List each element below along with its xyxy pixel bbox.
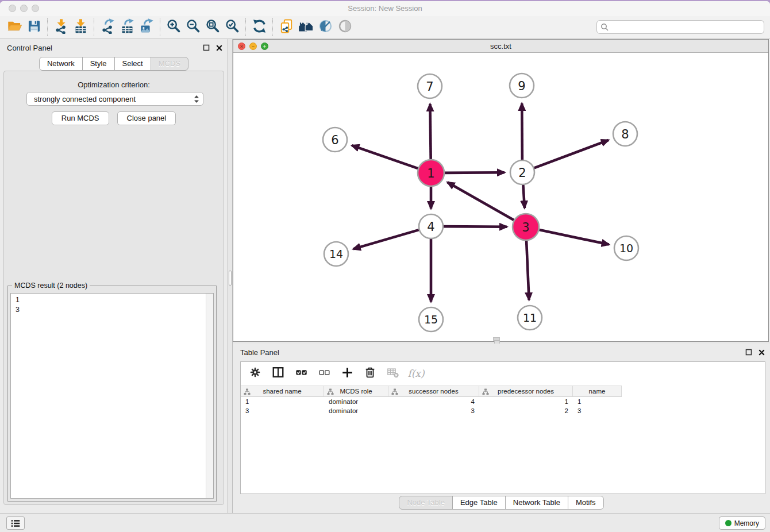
control-panel-header: Control Panel [0, 39, 228, 56]
export-image-button[interactable] [137, 18, 156, 36]
search-input[interactable] [609, 22, 764, 32]
table-cell[interactable]: 3 [241, 407, 324, 414]
graph-edge-3-11[interactable] [526, 241, 529, 300]
open-file-icon [7, 18, 22, 36]
graph-node-1[interactable]: 1 [418, 160, 444, 186]
home-view-button[interactable] [296, 18, 315, 36]
table-tab-network-table[interactable]: Network Table [505, 496, 568, 510]
column-header-successor-nodes[interactable]: successor nodes [388, 385, 479, 397]
tab-mcds[interactable]: MCDS [151, 57, 188, 71]
graph-node-9[interactable]: 9 [510, 74, 534, 98]
table-cell[interactable]: 1 [479, 398, 573, 405]
column-header-shared-name[interactable]: shared name [241, 385, 324, 397]
split-view-button[interactable] [271, 366, 286, 381]
graph-edge-1-2[interactable] [445, 172, 505, 173]
result-scrollbar[interactable] [206, 294, 213, 498]
control-panel-tabs: NetworkStyleSelectMCDS [0, 57, 228, 71]
graph-node-6[interactable]: 6 [323, 128, 347, 152]
graph-edge-2-3[interactable] [523, 185, 525, 208]
tab-network[interactable]: Network [39, 57, 83, 71]
open-file-button[interactable] [5, 18, 24, 36]
graph-edge-4-14[interactable] [353, 230, 419, 249]
zoom-selected-button[interactable] [222, 18, 242, 36]
graph-edge-1-6[interactable] [352, 145, 418, 168]
graph-node-10[interactable]: 10 [614, 236, 638, 260]
close-panel-icon[interactable] [215, 44, 223, 52]
table-tab-edge-table[interactable]: Edge Table [452, 496, 506, 510]
graph-node-3[interactable]: 3 [513, 214, 539, 240]
vizmapper-off-button[interactable] [315, 18, 335, 36]
toolbar-separator [160, 18, 160, 36]
close-table-panel-icon[interactable] [757, 348, 765, 356]
graph-node-11[interactable]: 11 [518, 306, 542, 330]
home-view-icon [298, 18, 314, 36]
float-table-panel-icon[interactable] [745, 348, 753, 356]
control-panel: Control Panel NetworkStyleSelectMCDS Opt… [0, 39, 228, 513]
network-canvas[interactable]: 7968124314101511 [233, 53, 768, 341]
column-label: name [589, 388, 606, 395]
optimization-select[interactable]: strongly connected component [26, 92, 203, 106]
graph-node-7[interactable]: 7 [418, 74, 442, 98]
table-cell[interactable]: dominator [324, 398, 388, 405]
select-all-button[interactable] [294, 366, 309, 381]
export-table-button[interactable] [117, 18, 137, 36]
table-cell[interactable]: 1 [573, 398, 622, 405]
settings-button[interactable] [248, 366, 263, 381]
delete-column-button[interactable] [363, 366, 378, 381]
add-column-button[interactable] [340, 366, 355, 381]
table-cell[interactable]: 2 [479, 407, 573, 414]
graph-node-8[interactable]: 8 [613, 122, 637, 146]
zoom-in-button[interactable] [164, 18, 183, 36]
desktop: Session: New Session Control Panel Netwo… [0, 0, 770, 532]
table-cell[interactable]: 3 [388, 407, 479, 414]
column-header-MCDS-role[interactable]: MCDS role [324, 385, 388, 397]
graph-node-15[interactable]: 15 [419, 307, 443, 331]
zoom-out-button[interactable] [183, 18, 203, 36]
deselect-all-button[interactable] [317, 366, 332, 381]
table-cell[interactable]: dominator [324, 407, 388, 414]
refresh-view-button[interactable] [249, 18, 269, 36]
close-panel-button[interactable]: Close panel [117, 111, 176, 125]
graph-edge-2-9[interactable] [522, 103, 522, 160]
clone-network-button[interactable] [276, 18, 296, 36]
table-cell[interactable]: 1 [241, 398, 324, 405]
graph-node-4[interactable]: 4 [419, 214, 443, 238]
column-label: successor nodes [409, 388, 458, 395]
graph-node-2[interactable]: 2 [510, 160, 534, 184]
float-panel-icon[interactable] [202, 44, 210, 52]
show-hide-button[interactable] [335, 18, 355, 36]
table-row[interactable]: 1dominator411 [241, 397, 765, 406]
import-network-button[interactable] [51, 18, 71, 36]
function-builder-button[interactable]: f(x) [409, 366, 424, 381]
vertical-split-handle[interactable] [229, 271, 232, 286]
graph-edge-3-1[interactable] [448, 182, 514, 220]
search-box[interactable] [596, 20, 764, 34]
delete-table-button[interactable] [386, 366, 401, 381]
table-tab-node-table[interactable]: Node Table [399, 496, 453, 510]
graph-node-label: 14 [329, 248, 343, 260]
task-history-button[interactable] [6, 516, 25, 530]
graph-edge-1-7[interactable] [430, 104, 430, 159]
tab-style[interactable]: Style [82, 57, 115, 71]
column-header-name[interactable]: name [573, 385, 622, 397]
export-network-button[interactable] [98, 18, 117, 36]
graph-node-14[interactable]: 14 [324, 242, 348, 266]
table-tab-motifs[interactable]: Motifs [568, 496, 604, 510]
table-cell[interactable]: 4 [388, 398, 479, 405]
graph-node-label: 4 [427, 220, 434, 234]
graph-edge-3-10[interactable] [539, 230, 609, 245]
memory-button[interactable]: Memory [719, 516, 765, 530]
export-table-icon [120, 18, 135, 36]
graph-edge-2-8[interactable] [534, 140, 609, 168]
graph-edge-4-3[interactable] [444, 226, 507, 227]
table-row[interactable]: 3dominator323 [241, 406, 765, 415]
zoom-fit-button[interactable] [203, 18, 222, 36]
run-mcds-button[interactable]: Run MCDS [52, 111, 109, 125]
table-cell[interactable]: 3 [573, 407, 622, 414]
import-table-button[interactable] [71, 18, 90, 36]
column-header-predecessor-nodes[interactable]: predecessor nodes [479, 385, 573, 397]
mcds-result-text[interactable]: 13 [10, 293, 214, 499]
save-session-button[interactable] [24, 18, 44, 36]
vertical-split-divider[interactable] [228, 39, 233, 513]
tab-select[interactable]: Select [114, 57, 151, 71]
